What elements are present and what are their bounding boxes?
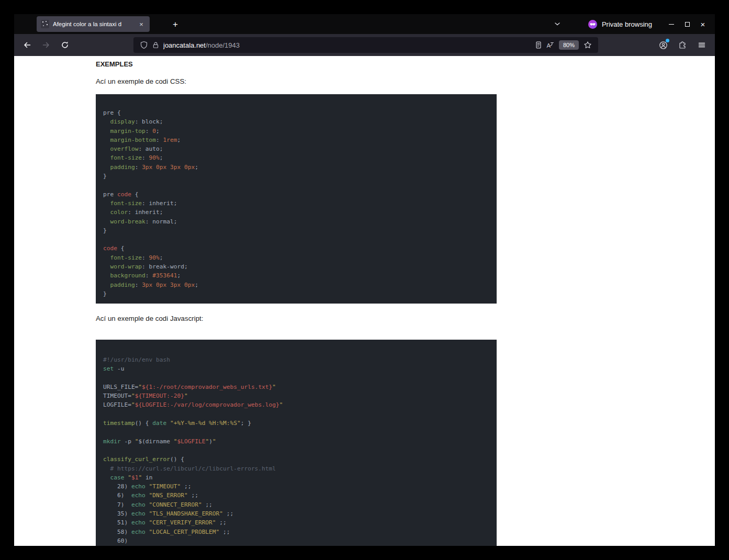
code-line: #!/usr/bin/env bash bbox=[103, 355, 489, 364]
code-line: 35) echo "TLS_HANDSHAKE_ERROR" ;; bbox=[103, 509, 489, 518]
article-body: EXEMPLES Ací un exemple de codi CSS: pre… bbox=[96, 60, 497, 546]
code-line: font-size: 90%; bbox=[103, 153, 489, 162]
code-line: set -u bbox=[103, 364, 489, 373]
section-heading: EXEMPLES bbox=[96, 60, 497, 68]
code-line: word-break: normal; bbox=[103, 217, 489, 226]
code-line: font-size: 90%; bbox=[103, 253, 489, 262]
code-line: overflow: auto; bbox=[103, 144, 489, 153]
account-button[interactable] bbox=[655, 37, 671, 53]
code-line: } bbox=[103, 289, 489, 298]
toolbar-right-buttons bbox=[652, 37, 710, 53]
code-line: word-wrap: break-word; bbox=[103, 262, 489, 271]
private-browsing-label: Private browsing bbox=[602, 20, 652, 28]
code-line: # https://curl.se/libcurl/c/libcurl-erro… bbox=[103, 464, 489, 473]
page-content: EXEMPLES Ací un exemple de codi CSS: pre… bbox=[14, 56, 715, 546]
css-code-block: pre { display: block; margin-top: 0; mar… bbox=[96, 94, 497, 304]
reload-button[interactable] bbox=[57, 37, 73, 53]
code-line: font-size: inherit; bbox=[103, 199, 489, 208]
browser-tab[interactable]: Afegint color a la sintaxi d × bbox=[37, 16, 150, 32]
code-line: code { bbox=[103, 244, 489, 253]
zoom-level-button[interactable]: 80% bbox=[559, 40, 579, 50]
minimize-button[interactable] bbox=[664, 16, 679, 32]
navigation-toolbar: joancatala.net/node/1943 A 80% bbox=[14, 34, 715, 56]
tabbar-right-controls: Private browsing × bbox=[551, 14, 711, 34]
list-all-tabs-chevron-icon[interactable] bbox=[551, 17, 564, 31]
code-line: timestamp() { date "+%Y-%m-%d %H:%M:%S";… bbox=[103, 419, 489, 428]
code-line: padding: 3px 0px 3px 0px; bbox=[103, 163, 489, 172]
maximize-icon bbox=[685, 22, 690, 27]
tab-close-icon[interactable]: × bbox=[137, 20, 145, 28]
translate-icon[interactable]: A bbox=[544, 39, 556, 51]
reader-view-icon[interactable] bbox=[533, 39, 544, 51]
tab-bar: Afegint color a la sintaxi d × + Private… bbox=[14, 14, 715, 34]
close-icon: × bbox=[701, 20, 705, 28]
code-line: LOGFILE="${LOGFILE:-/var/log/comprovador… bbox=[103, 400, 489, 409]
account-notification-dot bbox=[666, 39, 669, 42]
url-domain: joancatala.net bbox=[163, 41, 206, 49]
extensions-puzzle-icon[interactable] bbox=[675, 37, 690, 53]
code-line bbox=[103, 410, 489, 419]
svg-text:A: A bbox=[546, 42, 551, 49]
url-text[interactable]: joancatala.net/node/1943 bbox=[163, 41, 533, 49]
code-line: pre code { bbox=[103, 190, 489, 199]
code-line: margin-bottom: 1rem; bbox=[103, 136, 489, 144]
code-line: margin-top: 0; bbox=[103, 127, 489, 136]
url-bar[interactable]: joancatala.net/node/1943 A 80% bbox=[133, 37, 598, 53]
private-browsing-mask-icon bbox=[588, 20, 597, 29]
maximize-button[interactable] bbox=[679, 16, 695, 32]
close-button[interactable]: × bbox=[695, 16, 711, 32]
tab-title: Afegint color a la sintaxi d bbox=[53, 21, 134, 27]
code-line bbox=[103, 235, 489, 244]
new-tab-button[interactable]: + bbox=[169, 18, 182, 31]
code-line: padding: 3px 0px 3px 0px; bbox=[103, 281, 489, 289]
menu-hamburger-icon[interactable] bbox=[694, 37, 710, 53]
intro-css-text: Ací un exemple de codi CSS: bbox=[96, 77, 497, 85]
code-line: 28) echo "TIMEOUT" ;; bbox=[103, 482, 489, 491]
private-browsing-indicator: Private browsing bbox=[588, 20, 652, 29]
tab-favicon-icon bbox=[41, 20, 49, 28]
code-line: } bbox=[103, 226, 489, 235]
code-line bbox=[103, 428, 489, 436]
code-line: display: block; bbox=[103, 117, 489, 126]
bookmark-star-icon[interactable] bbox=[582, 39, 593, 51]
code-line: background: #353641; bbox=[103, 271, 489, 280]
code-line: 6) echo "DNS_ERROR" ;; bbox=[103, 491, 489, 500]
code-line: URLS_FILE="${1:-/root/comprovador_webs_u… bbox=[103, 383, 489, 391]
code-line: mkdir -p "$(dirname "$LOGFILE")" bbox=[103, 437, 489, 446]
bash-code-block: #!/usr/bin/env bashset -u URLS_FILE="${1… bbox=[96, 340, 497, 546]
code-line bbox=[103, 181, 489, 189]
code-line: classify_curl_error() { bbox=[103, 455, 489, 464]
browser-window: Afegint color a la sintaxi d × + Private… bbox=[14, 14, 715, 546]
code-line bbox=[103, 374, 489, 383]
code-line: 58) echo "LOCAL_CERT_PROBLEM" ;; bbox=[103, 528, 489, 536]
lock-icon[interactable] bbox=[150, 39, 161, 51]
code-line: color: inherit; bbox=[103, 208, 489, 217]
code-line: 51) echo "CERT_VERIFY_ERROR" ;; bbox=[103, 518, 489, 527]
code-line: pre { bbox=[103, 108, 489, 117]
window-controls: × bbox=[664, 16, 711, 32]
intro-js-text: Ací un exemple de codi Javascript: bbox=[96, 315, 497, 322]
minimize-icon bbox=[669, 24, 674, 25]
back-button[interactable] bbox=[19, 37, 35, 53]
code-line: 60) bbox=[103, 536, 489, 545]
code-line bbox=[103, 446, 489, 455]
forward-button[interactable] bbox=[38, 37, 54, 53]
tracking-protection-shield-icon[interactable] bbox=[138, 39, 150, 51]
url-path: /node/1943 bbox=[206, 41, 240, 49]
code-line: } bbox=[103, 172, 489, 181]
code-line: TIMEOUT="${TIMEOUT:-20}" bbox=[103, 391, 489, 400]
code-line: 7) echo "CONNECT_ERROR" ;; bbox=[103, 500, 489, 509]
code-line: case "$1" in bbox=[103, 473, 489, 482]
